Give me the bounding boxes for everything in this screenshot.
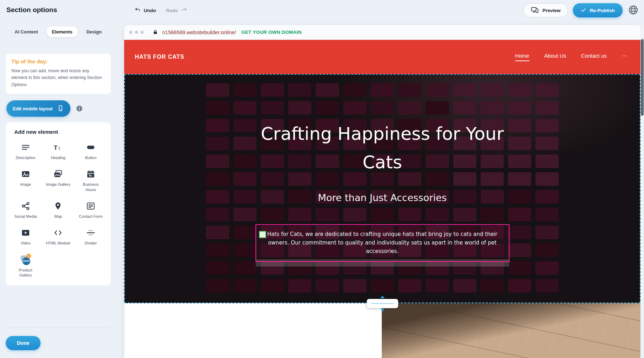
tip-of-the-day-card: Tip of the day: Now you can add, move an… — [6, 54, 111, 94]
tab-ai-content[interactable]: AI Content — [9, 26, 43, 37]
element-heading[interactable]: TtHeading — [42, 142, 75, 160]
resize-arrow-up-icon — [380, 296, 385, 298]
brick-tile — [535, 261, 559, 275]
brick-tile — [535, 243, 559, 257]
element-label: Video — [21, 241, 31, 246]
tab-elements[interactable]: Elements — [47, 26, 78, 37]
brick-tile — [481, 83, 504, 97]
element-map[interactable]: Map — [42, 201, 75, 219]
window-dots — [129, 31, 144, 34]
image-icon — [20, 169, 31, 179]
site-logo[interactable]: HATS FOR CATS — [135, 54, 184, 60]
tab-design[interactable]: Design — [81, 26, 107, 37]
info-button[interactable] — [75, 105, 83, 112]
product-gallery-icon: SHOP+ — [20, 254, 31, 265]
section-resize-widget[interactable] — [367, 299, 398, 308]
element-button[interactable]: Button — [74, 142, 107, 160]
brick-tile — [398, 83, 421, 97]
brick-tile — [206, 279, 229, 293]
element-divider[interactable]: Divider — [74, 227, 107, 246]
brick-tile — [371, 83, 394, 97]
element-html-module[interactable]: HTML Module — [42, 227, 75, 246]
element-business-hours[interactable]: Business Hours — [74, 169, 107, 192]
element-label: Description — [16, 155, 35, 160]
brick-tile — [206, 226, 229, 239]
brick-tile — [261, 279, 284, 293]
nav-item-contactus[interactable]: Contact us — [581, 53, 607, 61]
element-image[interactable]: Image — [9, 169, 42, 192]
tip-title: Tip of the day: — [11, 58, 105, 64]
element-image-gallery[interactable]: Image Gallery — [42, 169, 75, 192]
brick-tile — [206, 83, 229, 97]
brick-tile — [481, 101, 504, 115]
get-your-own-domain-link[interactable]: GET YOUR OWN DOMAIN — [241, 30, 301, 35]
brick-tile — [398, 101, 421, 115]
hero-section-selected[interactable]: Crafting Happiness for Your Cats More th… — [124, 74, 640, 303]
resize-handle[interactable] — [259, 231, 266, 238]
element-social-media[interactable]: Social Media — [9, 201, 42, 219]
svg-text:T: T — [54, 144, 58, 151]
brick-tile — [316, 83, 339, 97]
brick-tile — [481, 279, 504, 293]
devices-icon — [531, 6, 539, 15]
site-url: n1566589.websitebuilder.online/ — [162, 30, 236, 35]
element-contact-form[interactable]: Contact Form — [74, 201, 107, 219]
brick-tile — [535, 83, 559, 97]
brick-tile — [508, 83, 531, 97]
element-label: HTML Module — [46, 241, 70, 246]
redo-button[interactable]: Redo — [166, 7, 188, 14]
element-label: Image Gallery — [46, 182, 70, 187]
info-icon — [75, 107, 83, 114]
brick-tile — [233, 226, 257, 239]
republish-button[interactable]: Re-Publish — [573, 3, 623, 17]
hero-heading[interactable]: Crafting Happiness for Your Cats — [124, 120, 640, 177]
brick-tile — [233, 101, 257, 115]
brick-tile — [535, 226, 559, 239]
nav-more-button[interactable]: ⋯ — [622, 53, 627, 62]
preview-button[interactable]: Preview — [523, 3, 568, 17]
brick-tile — [288, 83, 311, 97]
preview-label: Preview — [542, 8, 560, 13]
brick-tile — [508, 208, 531, 221]
undo-button[interactable]: Undo — [134, 7, 156, 14]
brick-tile — [426, 279, 449, 293]
social-media-icon — [20, 201, 31, 211]
scrollbar-track[interactable] — [640, 25, 644, 358]
brick-tile — [206, 261, 229, 275]
brick-tile — [206, 243, 229, 257]
brick-tile — [343, 279, 366, 293]
element-label: Heading — [51, 155, 65, 160]
business-hours-icon — [85, 169, 96, 179]
brick-tile — [508, 261, 531, 275]
element-product-gallery[interactable]: SHOP+Product Gallery — [9, 254, 42, 278]
brick-tile — [288, 101, 311, 115]
edit-mobile-layout-button[interactable]: Edit mobile layout — [6, 100, 70, 117]
brick-tile — [535, 208, 559, 221]
brick-tile — [398, 208, 421, 221]
done-button[interactable]: Done — [6, 336, 41, 350]
browser-preview: n1566589.websitebuilder.online/ GET YOUR… — [124, 25, 640, 358]
nav-item-aboutus[interactable]: About Us — [544, 53, 566, 61]
brick-tile — [426, 208, 449, 221]
nav-item-home[interactable]: Home — [515, 53, 529, 61]
brick-tile — [316, 279, 339, 293]
hero-subheading[interactable]: More than Just Accessories — [124, 192, 640, 203]
topbar-actions: Preview Re-Publish — [523, 0, 640, 21]
element-label: Product Gallery — [13, 268, 38, 278]
brick-tile — [233, 243, 257, 257]
hero-paragraph-selected[interactable]: Hats for Cats, we are dedicated to craft… — [255, 224, 510, 262]
brick-tile — [426, 101, 449, 115]
button-icon — [85, 142, 96, 153]
brick-tile — [398, 279, 421, 293]
element-description[interactable]: Description — [9, 142, 42, 160]
scrollbar-thumb[interactable] — [641, 39, 644, 116]
description-icon — [20, 142, 31, 153]
element-video[interactable]: Video — [9, 227, 42, 246]
element-label: Map — [54, 214, 62, 219]
brick-tile — [316, 208, 339, 221]
brick-tile — [508, 243, 531, 257]
check-icon — [581, 7, 586, 14]
undo-label: Undo — [144, 8, 156, 13]
brick-tile — [371, 208, 394, 221]
language-globe-button[interactable] — [628, 4, 640, 16]
